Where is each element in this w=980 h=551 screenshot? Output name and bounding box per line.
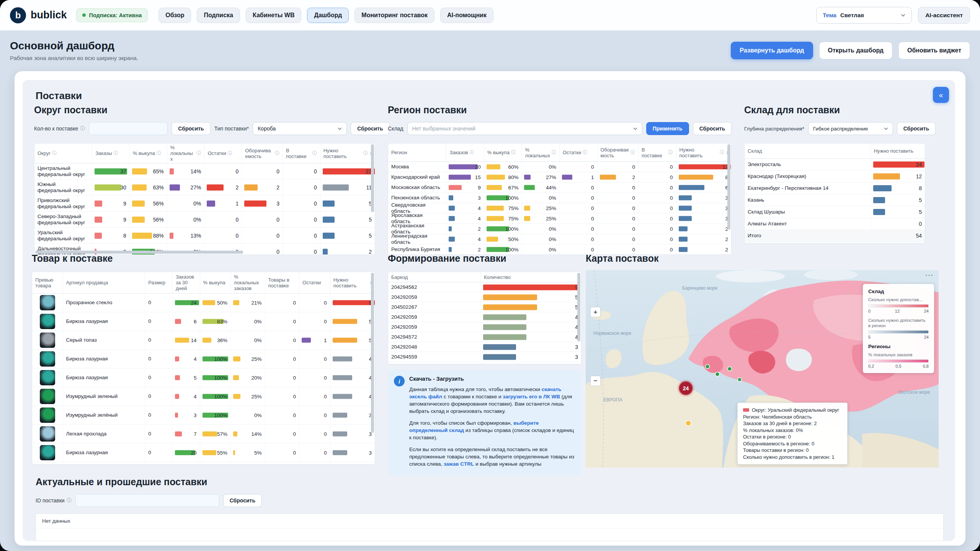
open-dashboard-button[interactable]: Открыть дашборд	[819, 42, 892, 59]
column-header[interactable]: % выкупаⓘ	[130, 143, 167, 163]
column-header[interactable]: Заказыⓘ	[92, 143, 130, 163]
table-row[interactable]: 2042920594	[388, 312, 581, 322]
table-row[interactable]: Екатеринбург - Перспективная 148	[745, 183, 925, 194]
column-header[interactable]: Заказовⓘ	[446, 143, 484, 161]
supply-map[interactable]: ⋯ + − Склад Сколько нужно допостав... 01…	[586, 270, 939, 468]
column-header[interactable]: Округⓘ	[34, 143, 92, 163]
inline-link[interactable]: загрузить его в ЛК WB	[503, 394, 560, 399]
reset-id-button[interactable]: Сбросить	[223, 494, 262, 507]
table-row[interactable]: 2042920594	[388, 322, 581, 332]
nav-item-subscription[interactable]: Подписка	[197, 8, 240, 23]
table-row[interactable]: Ленинградская область450%0%0002	[388, 234, 731, 245]
column-header[interactable]: Нужно поставитьⓘ↓	[676, 143, 731, 161]
column-header[interactable]: Нужно поставить	[871, 143, 925, 158]
collapse-panel-button[interactable]: «	[933, 87, 949, 103]
table-row[interactable]: Астраханская область2100%0%0002	[388, 224, 731, 234]
map-zoom-out-button[interactable]: −	[590, 376, 601, 386]
table-row[interactable]: 2042945724	[388, 332, 581, 342]
table-row[interactable]: Свердловская область475%25%0003	[388, 203, 731, 214]
qty-to-supply-input[interactable]	[89, 122, 168, 135]
column-header[interactable]: Остаткиⓘ	[204, 143, 242, 163]
ai-assistant-button[interactable]: AI-ассистент	[918, 7, 970, 24]
column-header[interactable]: Остаткиⓘ	[560, 143, 598, 161]
table-row[interactable]: Бирюза лазурная02055%5%003	[32, 443, 375, 462]
column-header[interactable]: % локальныхⓘ	[167, 143, 205, 163]
table-row[interactable]: Уральский федеральный округ888%13%0005	[34, 228, 375, 244]
vertical-scrollbar[interactable]	[371, 273, 374, 463]
distribution-depth-select[interactable]: Гибкое распределение	[808, 122, 893, 135]
vertical-scrollbar[interactable]	[727, 144, 730, 254]
table-row[interactable]: Серый топаз01436%0%015	[32, 331, 375, 350]
table-row[interactable]: Изумрудный зелёный03100%0%003	[32, 406, 375, 425]
vertical-scrollbar[interactable]	[371, 144, 374, 254]
table-row[interactable]: Северо-Западный федеральный округ956%0%0…	[34, 212, 375, 228]
table-row[interactable]: 2045022675	[388, 302, 581, 312]
reset-warehouse-button[interactable]: Сбросить	[693, 122, 732, 135]
expand-dashboard-button[interactable]: Развернуть дашборд	[731, 42, 813, 59]
supply-id-input[interactable]	[75, 494, 219, 507]
apply-button[interactable]: Применить	[646, 122, 689, 135]
table-row[interactable]: 2042945629	[388, 282, 581, 292]
table-row[interactable]: Бирюза лазурная04100%25%004	[32, 350, 375, 368]
table-row[interactable]: Приволжский федеральный округ956%0%1305	[34, 196, 375, 212]
table-row[interactable]: Легкая прохлада0757%14%003	[32, 425, 375, 443]
warehouse-multiselect[interactable]: Нет выбранных значений	[407, 122, 642, 135]
column-header[interactable]: В поставкеⓘ	[639, 143, 676, 161]
column-header[interactable]: Склад	[745, 143, 871, 158]
column-header[interactable]: % локальных заказов	[231, 272, 265, 293]
table-row[interactable]: Бирюза лазурная0683%0%005	[32, 312, 375, 331]
nav-item-overview[interactable]: Обзор	[158, 8, 191, 23]
table-row[interactable]: Бирюза лазурная05100%20%004	[32, 368, 375, 387]
column-header[interactable]: В поставкеⓘ	[283, 143, 320, 163]
table-row[interactable]: 2042920483	[388, 342, 581, 352]
table-row[interactable]: Центральный федеральный округ3765%14%000…	[34, 163, 375, 179]
table-row[interactable]: Пензенская область3100%0%0003	[388, 193, 731, 203]
column-header[interactable]: % локальныхⓘ	[522, 143, 560, 161]
column-header[interactable]: % выкупа	[200, 272, 231, 293]
column-header[interactable]: % выкупаⓘ	[484, 143, 522, 161]
table-row[interactable]: Краснодарский край1580%27%1208	[388, 172, 731, 183]
table-row[interactable]: 2042945593	[388, 352, 581, 362]
column-header[interactable]: Баркод	[388, 272, 481, 282]
table-row[interactable]: 2042920595	[388, 292, 581, 302]
reset-type-button[interactable]: Сбросить	[351, 122, 389, 135]
column-header[interactable]: Размер	[145, 272, 173, 293]
table-row[interactable]: Склад Шушары5	[745, 206, 925, 218]
table-row[interactable]: Московская область967%44%0006	[388, 183, 731, 193]
table-row[interactable]: Электросталь24	[745, 159, 925, 171]
table-row[interactable]: Ярославская область475%25%0003	[388, 214, 731, 224]
column-header[interactable]: Количество	[481, 272, 581, 282]
brand-logo-icon[interactable]: b	[10, 7, 26, 23]
table-row[interactable]: Краснодар (Тихорецкая)12	[745, 171, 925, 183]
refresh-widget-button[interactable]: Обновить виджет	[898, 42, 970, 59]
theme-select[interactable]: Тема Светлая	[816, 7, 912, 24]
map-zoom-in-button[interactable]: +	[590, 307, 601, 317]
nav-item-wb-cabinets[interactable]: Кабинеты WB	[246, 8, 302, 23]
reset-qty-button[interactable]: Сбросить	[172, 122, 210, 135]
table-row[interactable]: Изумрудный зеленый04100%25%004	[32, 387, 375, 406]
inline-link[interactable]: зажав CTRL	[444, 461, 474, 467]
table-row[interactable]: 2042945593	[388, 362, 581, 364]
map-menu-button[interactable]: ⋯	[925, 270, 934, 280]
table-row[interactable]: Казань5	[745, 194, 925, 206]
column-header[interactable]: Артикул продавца	[63, 272, 145, 293]
nav-item-dashboard[interactable]: Дашборд	[307, 8, 349, 23]
column-header[interactable]: Оборачиваемостьⓘ	[242, 143, 283, 163]
supply-type-select[interactable]: Короба	[253, 122, 347, 135]
map-cluster-marker[interactable]: 24	[679, 381, 693, 395]
table-row[interactable]: Прозрачное стекло02450%21%009	[32, 293, 375, 312]
column-header[interactable]: Нужно поставитьⓘ↓	[320, 143, 375, 163]
table-row[interactable]: Москва2060%0%00012	[388, 162, 731, 172]
table-row[interactable]: Южный федеральный округ3063%27%22011	[34, 179, 375, 196]
column-header[interactable]: Превью товара	[32, 272, 63, 293]
nav-item-supply-monitoring[interactable]: Мониторинг поставок	[354, 8, 434, 23]
table-row[interactable]: Алматы Атакент0	[745, 218, 925, 230]
reset-depth-button[interactable]: Сбросить	[897, 122, 936, 135]
vertical-scrollbar[interactable]	[577, 273, 580, 363]
column-header[interactable]: Товары в поставке	[265, 272, 300, 293]
column-header[interactable]: Оборачиваемостьⓘ	[598, 143, 639, 161]
column-header[interactable]: Нужно поставить↓	[330, 272, 375, 293]
table-row[interactable]: Итого54	[745, 230, 925, 242]
nav-item-ai-helper[interactable]: AI-помощник	[440, 8, 493, 23]
column-header[interactable]: Заказов за 30 дней	[173, 272, 200, 293]
